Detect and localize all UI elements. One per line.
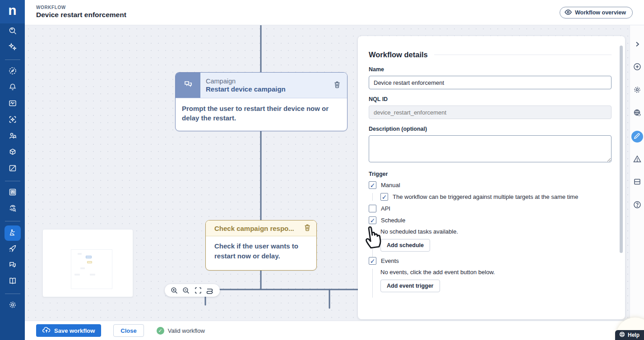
canvas-minimap[interactable] — [42, 229, 133, 297]
sidebar-item-monitoring[interactable] — [5, 96, 21, 112]
book-icon — [8, 276, 17, 287]
sidebar-item-search[interactable] — [5, 24, 21, 39]
note-edit-icon — [8, 164, 17, 175]
nql-id-label: NQL ID — [369, 96, 612, 102]
trash-icon — [304, 224, 311, 233]
minimap-node — [90, 274, 95, 276]
sidebar-item-settings[interactable] — [5, 298, 21, 313]
node-check-campaign-response[interactable]: Check campaign respo... Check if the use… — [205, 220, 317, 271]
add-schedule-button[interactable]: Add schedule — [380, 239, 430, 252]
workflow-editor-app: n WORKFLOW Device restart e — [0, 0, 644, 340]
search-icon — [8, 26, 17, 37]
node-description: Check if the user wants to restart now o… — [206, 236, 316, 261]
split-window-icon — [634, 178, 641, 187]
close-button[interactable]: Close — [113, 324, 144, 337]
page-title: Device restart enforcement — [36, 11, 126, 19]
chevron-right-icon — [635, 41, 640, 49]
right-tool-strip — [630, 25, 644, 321]
panel-scrollbar[interactable] — [620, 46, 623, 253]
events-checkbox[interactable]: ✓ — [369, 257, 376, 265]
schedule-checkbox[interactable]: ✓ — [369, 216, 376, 224]
fit-view-button[interactable] — [194, 286, 203, 295]
minimap-node — [74, 274, 80, 276]
layout-panels-button[interactable] — [631, 177, 643, 188]
description-label: Description (optional) — [369, 126, 612, 132]
description-textarea[interactable] — [369, 135, 612, 162]
sidebar-item-knowledge-base[interactable] — [5, 274, 21, 289]
left-sidebar: n — [0, 0, 25, 340]
trigger-events-row: ✓ Events — [369, 257, 612, 265]
chart-panel-icon — [8, 99, 17, 110]
minimap-node — [80, 267, 85, 269]
sidebar-divider — [5, 221, 20, 221]
fingerprint-search-icon — [8, 204, 17, 215]
manual-checkbox[interactable]: ✓ — [369, 181, 376, 189]
schedule-empty-text: No scheduled tasks available. — [380, 228, 612, 235]
bell-icon — [8, 83, 17, 93]
name-input[interactable] — [369, 76, 612, 89]
auto-layout-button[interactable] — [206, 286, 215, 295]
minimap-node-campaign — [86, 256, 92, 258]
workflow-icon — [8, 228, 17, 239]
name-label: Name — [369, 66, 612, 73]
sparkles-icon — [8, 42, 17, 53]
sidebar-item-chat[interactable] — [5, 258, 21, 273]
panel-title: Workflow details — [369, 51, 428, 59]
sidebar-item-remote-scan[interactable] — [5, 113, 21, 128]
multi-target-row: ✓ The workflow can be triggered against … — [380, 193, 612, 201]
sidebar-item-user-directory[interactable] — [5, 129, 21, 144]
node-campaign[interactable]: Campaign Restart device campaign Prompt … — [175, 72, 347, 131]
api-checkbox[interactable]: ✓ — [369, 205, 376, 212]
validation-warnings-button[interactable] — [631, 154, 643, 165]
trigger-api-row: ✓ API — [369, 205, 612, 212]
plus-circle-icon — [633, 63, 641, 73]
workflow-details-panel: Workflow details Name NQL ID Description… — [358, 36, 625, 319]
workflow-settings-button[interactable] — [631, 85, 643, 96]
title-rule — [434, 55, 612, 55]
global-settings-button[interactable] — [631, 108, 643, 119]
add-event-trigger-button[interactable]: Add event trigger — [380, 280, 440, 292]
sidebar-item-sparkles[interactable] — [5, 40, 21, 55]
sidebar-divider — [5, 294, 20, 294]
compass-icon — [8, 66, 17, 77]
sidebar-item-apps-grid[interactable] — [5, 185, 21, 201]
delete-node-button[interactable] — [333, 81, 342, 90]
check-circle-icon: ✓ — [157, 327, 164, 335]
gear-icon — [633, 86, 641, 96]
sidebar-item-workflows[interactable] — [5, 225, 21, 241]
sidebar-item-notifications[interactable] — [5, 80, 21, 96]
trash-icon — [334, 81, 341, 90]
sidebar-item-notes-edit[interactable] — [5, 161, 21, 177]
trigger-schedule-row: ✓ Schedule — [369, 216, 612, 224]
add-node-button[interactable] — [631, 62, 643, 74]
eye-icon — [565, 9, 572, 16]
workflow-overview-button[interactable]: Workflow overview — [560, 7, 633, 18]
grid-icon — [8, 188, 17, 198]
help-button[interactable]: Help — [615, 330, 644, 340]
delete-node-button[interactable] — [303, 224, 312, 233]
zoom-in-button[interactable] — [170, 286, 179, 295]
sidebar-divider — [5, 181, 20, 181]
ninja-logo[interactable]: n — [0, 0, 25, 23]
warning-triangle-icon — [633, 155, 641, 165]
sidebar-item-packages[interactable] — [5, 145, 21, 161]
validation-status-text: Valid workflow — [168, 327, 205, 334]
node-title: Check campaign respo... — [214, 225, 303, 232]
chat-bubbles-icon — [183, 79, 194, 92]
breadcrumb-eyebrow: WORKFLOW — [36, 5, 66, 10]
sidebar-item-audit-search[interactable] — [5, 202, 21, 217]
multi-target-checkbox[interactable]: ✓ — [380, 193, 388, 201]
sidebar-divider — [5, 60, 20, 60]
collapse-panel-button[interactable] — [631, 39, 643, 51]
campaign-node-iconbox — [176, 73, 200, 98]
sidebar-item-getting-started[interactable] — [5, 242, 21, 257]
help-panel-button[interactable] — [631, 200, 643, 211]
nql-id-input — [369, 106, 612, 119]
sidebar-item-dashboard[interactable] — [5, 64, 21, 79]
save-workflow-button[interactable]: Save workflow — [36, 324, 101, 337]
minimap-viewport — [71, 249, 112, 289]
events-empty-text: No events, click the add event button be… — [380, 269, 612, 276]
zoom-out-button[interactable] — [182, 286, 191, 295]
edit-details-button[interactable] — [631, 131, 643, 142]
top-header: WORKFLOW Device restart enforcement Work… — [25, 0, 644, 25]
